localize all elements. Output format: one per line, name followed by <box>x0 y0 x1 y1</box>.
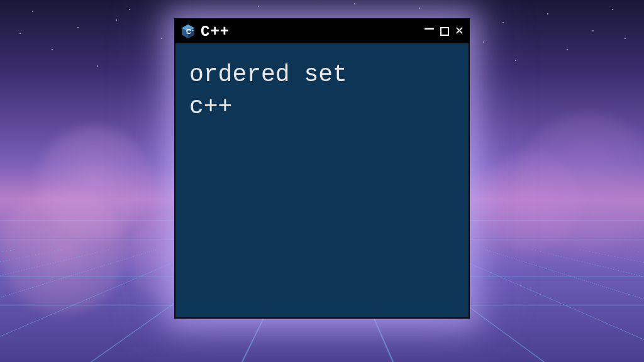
cpp-icon: C + + <box>180 24 196 39</box>
terminal-window: C + + C++ — ✕ ordered set c++ <box>174 18 470 319</box>
terminal-content[interactable]: ordered set c++ <box>175 43 469 138</box>
svg-text:+: + <box>192 28 194 32</box>
maximize-button[interactable] <box>440 27 449 36</box>
minimize-button[interactable]: — <box>425 21 433 36</box>
close-button[interactable]: ✕ <box>455 25 464 38</box>
titlebar[interactable]: C + + C++ — ✕ <box>175 19 469 43</box>
window-controls: — ✕ <box>425 24 464 39</box>
window-title: C++ <box>201 23 419 40</box>
